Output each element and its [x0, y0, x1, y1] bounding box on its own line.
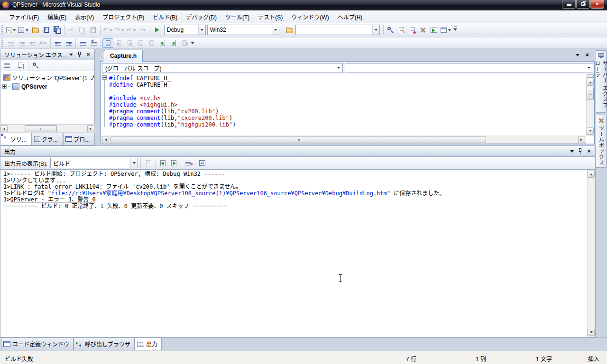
navigate-backward-dropdown[interactable] — [133, 29, 136, 33]
clear-bookmarks-button[interactable]: × — [179, 38, 190, 48]
platform-dropdown[interactable] — [272, 25, 279, 35]
scroll-left-button[interactable] — [0, 125, 8, 132]
solution-explorer-button[interactable] — [385, 25, 396, 35]
scroll-right-button[interactable] — [87, 125, 94, 132]
open-file-button[interactable] — [30, 25, 41, 35]
scrollbar-thumb[interactable] — [587, 87, 594, 100]
menu-edit[interactable]: 編集(E) — [43, 11, 71, 23]
display-member-list-button[interactable] — [5, 38, 16, 48]
expander-plus-icon[interactable] — [2, 84, 7, 89]
toolbox-button[interactable] — [418, 25, 429, 35]
new-project-button[interactable]: ★ — [5, 25, 17, 35]
next-bookmark-button[interactable] — [124, 38, 135, 48]
tree-item-solution[interactable]: ソリューション 'QPServer' (1 プロジェクト) — [0, 73, 94, 82]
scrollbar-thumb[interactable] — [25, 125, 57, 132]
solution-explorer-header[interactable]: ソリューション エクス... × — [0, 49, 95, 60]
close-panel-button[interactable]: × — [84, 51, 92, 58]
scroll-down-button[interactable] — [588, 329, 595, 336]
view-class-diagram-button[interactable] — [30, 60, 41, 71]
solution-platforms-combo[interactable]: Win32 — [207, 25, 279, 35]
build-log-link[interactable]: file://c:¥Users¥家庭用¥Desktop¥QPServer106_… — [51, 190, 387, 197]
editor-hscrollbar[interactable] — [101, 136, 586, 144]
tab-toolbox[interactable]: ツールボックス — [596, 115, 607, 168]
add-item-button[interactable] — [17, 25, 30, 35]
show-all-files-button[interactable] — [16, 60, 27, 71]
scroll-right-button[interactable] — [578, 136, 585, 143]
increase-indent-button[interactable] — [63, 38, 74, 48]
editor-splitter-button[interactable] — [587, 74, 594, 78]
configuration-dropdown[interactable] — [198, 25, 205, 35]
close-panel-button[interactable]: × — [585, 147, 593, 155]
members-dropdown[interactable] — [345, 63, 593, 73]
minimize-button[interactable] — [562, 0, 576, 9]
active-files-dropdown[interactable] — [576, 54, 579, 58]
find-scope-button[interactable] — [285, 25, 295, 35]
menu-view[interactable]: 表示(V) — [71, 11, 98, 23]
toolbar-options-button[interactable] — [191, 38, 195, 48]
clear-all-button[interactable]: × — [183, 158, 193, 168]
previous-bookmark-in-folder-button[interactable] — [135, 38, 146, 48]
types-dropdown-button[interactable] — [335, 64, 342, 72]
other-windows-dropdown[interactable] — [448, 29, 451, 33]
comment-selection-button[interactable] — [77, 38, 88, 48]
find-message-button[interactable] — [143, 158, 154, 168]
other-windows-button[interactable] — [440, 25, 452, 35]
menu-tools[interactable]: ツール(T) — [221, 11, 254, 23]
next-bookmark-in-document-button[interactable] — [168, 38, 179, 48]
document-tab-capture-h[interactable]: Capture.h — [103, 50, 143, 62]
paste-button[interactable] — [88, 25, 99, 35]
quick-info-button[interactable] — [27, 38, 38, 48]
scroll-up-button[interactable] — [588, 171, 595, 178]
properties-window-button[interactable]: ✎ — [396, 25, 407, 35]
window-position-button[interactable] — [67, 51, 75, 58]
next-message-button[interactable] — [168, 158, 179, 168]
start-debugging-button[interactable] — [152, 25, 163, 35]
menu-file[interactable]: ファイル(F) — [5, 11, 43, 23]
scroll-down-button[interactable] — [587, 127, 594, 135]
uncomment-selection-button[interactable] — [88, 38, 99, 48]
title-bar[interactable]: QPServer - Microsoft Visual Studio × — [0, 0, 607, 10]
navigate-forward-button[interactable]: ↪ — [138, 25, 148, 35]
undo-dropdown[interactable] — [110, 29, 112, 33]
code-editor[interactable]: #ifndef CAPTURE_H_#define CAPTURE_H_ #in… — [101, 74, 586, 136]
menu-help[interactable]: ヘルプ(H) — [333, 11, 367, 23]
previous-message-button[interactable] — [157, 158, 168, 168]
toggle-word-wrap-button[interactable]: ↵ — [197, 158, 208, 168]
scroll-left-button[interactable] — [102, 136, 109, 143]
toggle-bookmark-button[interactable] — [102, 38, 113, 48]
next-bookmark-in-folder-button[interactable] — [146, 38, 157, 48]
auto-hide-pin-button[interactable] — [75, 51, 84, 58]
tab-code-definition-window[interactable]: コード定義ウィンドウ — [1, 338, 74, 350]
menu-test[interactable]: テスト(S) — [254, 11, 287, 23]
add-item-dropdown[interactable] — [26, 29, 28, 33]
menu-project[interactable]: プロジェクト(P) — [98, 11, 148, 23]
output-header[interactable]: 出力 × — [0, 146, 596, 157]
restore-button[interactable] — [576, 0, 590, 9]
redo-button[interactable]: ↷ — [114, 25, 126, 35]
collapse-region-button[interactable] — [102, 75, 107, 80]
output-source-dropdown[interactable] — [130, 158, 138, 168]
tab-call-browser[interactable]: 呼び出しブラウザ — [74, 338, 135, 350]
scrollbar-thumb[interactable] — [110, 136, 486, 143]
tab-output[interactable]: 出力 — [135, 338, 162, 350]
find-dropdown[interactable] — [372, 25, 379, 35]
types-dropdown[interactable]: (グローバル スコープ) — [102, 63, 343, 73]
members-dropdown-button[interactable] — [586, 64, 592, 72]
close-button[interactable]: × — [590, 0, 604, 9]
auto-hide-pin-button[interactable] — [576, 147, 585, 155]
save-all-button[interactable] — [52, 25, 63, 35]
solution-configurations-combo[interactable]: Debug — [164, 25, 206, 35]
output-text-area[interactable]: 1>------ ビルド開始: プロジェクト: QPServer, 構成: De… — [0, 170, 596, 337]
cut-button[interactable]: ✂ — [66, 25, 77, 35]
toolbar-grip[interactable] — [1, 25, 3, 35]
navigate-backward-button[interactable]: ↩ — [126, 25, 138, 35]
complete-word-button[interactable]: A≫ — [38, 38, 49, 48]
new-project-dropdown[interactable] — [13, 29, 16, 33]
editor-vscrollbar[interactable] — [586, 78, 594, 136]
tab-class-view[interactable]: クラ... — [32, 133, 64, 146]
tab-property-manager[interactable]: プロ... — [63, 133, 95, 146]
properties-button[interactable] — [1, 60, 12, 71]
object-browser-button[interactable]: ◆ — [407, 25, 418, 35]
previous-bookmark-button[interactable] — [113, 38, 124, 48]
close-document-button[interactable]: × — [585, 52, 589, 58]
